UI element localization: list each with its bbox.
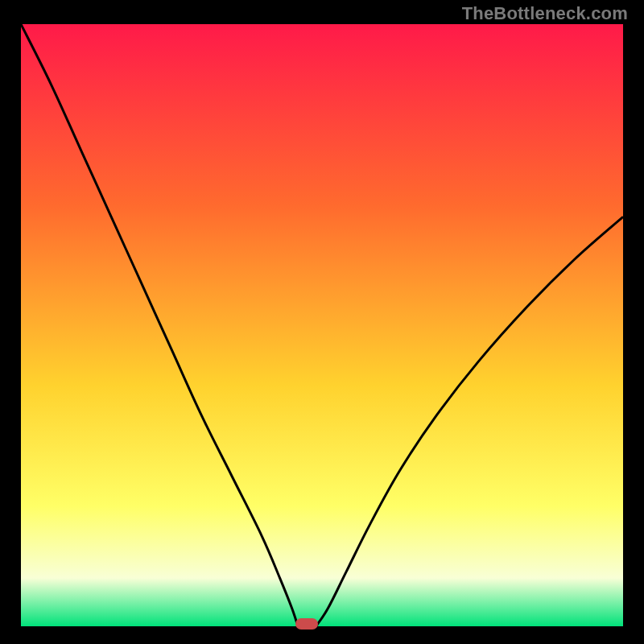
plot-area xyxy=(21,24,623,626)
chart-svg xyxy=(21,24,623,626)
attribution-text: TheBottleneck.com xyxy=(462,3,628,24)
chart-frame: TheBottleneck.com xyxy=(0,0,644,644)
gradient-background xyxy=(21,24,623,626)
optimal-marker xyxy=(295,618,318,630)
